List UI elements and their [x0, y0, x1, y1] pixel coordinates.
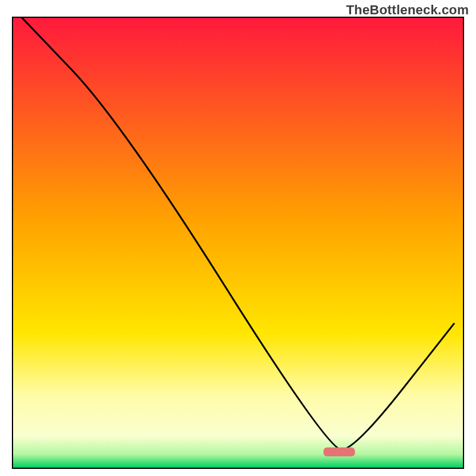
chart-svg — [13, 18, 463, 468]
gradient-background — [13, 18, 463, 468]
plot-area — [12, 17, 464, 469]
watermark-text: TheBottleneck.com — [346, 2, 469, 18]
chart-frame: TheBottleneck.com — [0, 0, 476, 476]
optimum-marker — [324, 447, 355, 456]
